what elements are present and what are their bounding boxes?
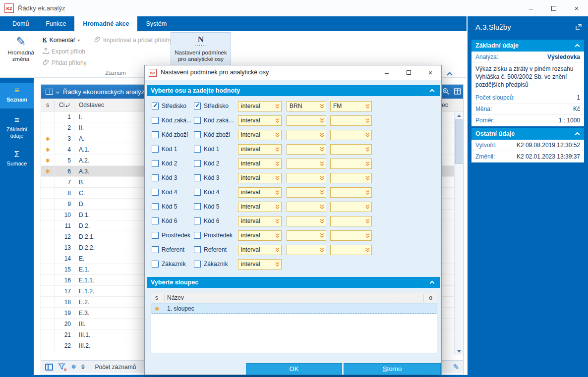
operator-dropdown[interactable]: interval (238, 144, 282, 155)
column-header-odstavec[interactable]: Odstavec (79, 99, 104, 111)
axis-checkbox-right[interactable] (194, 246, 201, 253)
export-attachments-button[interactable]: Export příloh (43, 47, 85, 56)
dropdown-arrow-icon[interactable] (365, 204, 370, 210)
axis-checkbox-left[interactable] (152, 146, 159, 153)
value-from-dropdown[interactable] (287, 202, 326, 212)
dropdown-arrow-icon[interactable] (275, 232, 280, 239)
dropdown-arrow-icon[interactable] (365, 146, 370, 153)
dropdown-arrow-icon[interactable] (275, 218, 280, 224)
dropdown-arrow-icon[interactable] (275, 132, 280, 138)
operator-dropdown[interactable]: interval (238, 230, 282, 241)
axis-checkbox-right[interactable] (194, 189, 201, 196)
column-table-header-name[interactable]: Název (167, 292, 184, 303)
dropdown-arrow-icon[interactable] (365, 232, 370, 239)
ribbon-tab-system[interactable]: Systém (137, 16, 175, 31)
operator-dropdown[interactable]: interval (238, 202, 282, 212)
detail-card-header[interactable]: Základní údaje (471, 40, 584, 52)
column-table-header-s[interactable]: s (155, 292, 158, 303)
sidebar-item-zakladni-udaje[interactable]: ≡Základní údaje (0, 112, 34, 143)
sidebar-item-seznam[interactable]: ≡Seznam (0, 83, 34, 108)
operator-dropdown[interactable]: interval (238, 245, 282, 255)
axis-checkbox-left[interactable] (152, 246, 159, 253)
column-row[interactable]: ✱1. sloupec (151, 303, 437, 314)
axis-checkbox-right[interactable] (194, 117, 201, 124)
ribbon-tab-hromadne-akce[interactable]: Hromadné akce (74, 16, 137, 31)
axis-checkbox-right[interactable] (194, 103, 201, 109)
dropdown-arrow-icon[interactable] (275, 261, 280, 268)
column-separator[interactable] (54, 101, 55, 109)
axis-checkbox-right[interactable] (194, 160, 201, 167)
scroll-down-button[interactable] (455, 347, 463, 355)
value-from-dropdown[interactable] (287, 216, 326, 226)
operator-dropdown[interactable]: interval (238, 259, 282, 269)
axis-checkbox-left[interactable] (152, 203, 159, 210)
chevron-down-icon[interactable] (56, 90, 59, 93)
column-table-header-o[interactable]: o (429, 292, 432, 303)
axis-checkbox-left[interactable] (152, 232, 159, 239)
value-to-dropdown[interactable] (330, 230, 372, 241)
edit-pencil-icon[interactable]: ✎ (453, 363, 459, 372)
comment-button[interactable]: K Komentář ▾ (43, 35, 80, 45)
operator-dropdown[interactable]: interval (238, 115, 282, 126)
dropdown-arrow-icon[interactable] (319, 161, 325, 167)
close-button[interactable]: × (565, 0, 588, 16)
ribbon-tab-funkce[interactable]: Funkce (37, 16, 74, 31)
minimize-button[interactable]: – (520, 0, 542, 16)
axis-checkbox-right[interactable] (194, 174, 201, 181)
axis-checkbox-right[interactable] (194, 261, 201, 268)
column-header-s[interactable]: s (46, 99, 49, 111)
dropdown-arrow-icon[interactable] (319, 132, 325, 138)
dropdown-arrow-icon[interactable] (319, 218, 325, 224)
value-from-dropdown[interactable] (287, 173, 326, 183)
dropdown-arrow-icon[interactable] (365, 117, 370, 124)
value-to-dropdown[interactable]: FM (330, 101, 372, 111)
add-attachments-button[interactable]: Přidat přílohy (43, 58, 87, 68)
axis-checkbox-left[interactable] (152, 261, 159, 268)
dropdown-arrow-icon[interactable] (319, 117, 325, 124)
column-section-header[interactable]: Vyberte sloupec (147, 277, 440, 288)
filter-icon[interactable]: ✕ (58, 363, 66, 371)
axis-checkbox-left[interactable] (152, 174, 159, 181)
axis-checkbox-right[interactable] (194, 131, 201, 138)
axis-checkbox-right[interactable] (194, 203, 201, 210)
dropdown-arrow-icon[interactable] (365, 161, 370, 167)
dialog-minimize-button[interactable]: – (376, 65, 398, 80)
value-to-dropdown[interactable] (330, 144, 372, 155)
dropdown-arrow-icon[interactable] (319, 146, 325, 153)
value-to-dropdown[interactable] (330, 159, 372, 169)
value-from-dropdown[interactable]: BRN (287, 101, 326, 111)
operator-dropdown[interactable]: interval (238, 159, 282, 169)
columns-view-icon[interactable] (45, 364, 53, 371)
dropdown-arrow-icon[interactable] (275, 189, 280, 196)
axis-checkbox-right[interactable] (194, 232, 201, 239)
chevron-up-icon[interactable] (430, 89, 435, 94)
operator-dropdown[interactable]: interval (238, 101, 282, 111)
sidebar-item-sumace[interactable]: ΣSumace (0, 147, 34, 172)
dropdown-arrow-icon[interactable] (275, 161, 280, 167)
operator-dropdown[interactable]: interval (238, 130, 282, 140)
dropdown-arrow-icon[interactable] (365, 189, 370, 196)
axis-checkbox-right[interactable] (194, 217, 201, 224)
dropdown-arrow-icon[interactable] (365, 175, 370, 181)
snowflake-icon[interactable]: ❄ (71, 363, 76, 371)
operator-dropdown[interactable]: interval (238, 216, 282, 226)
axis-checkbox-right[interactable] (194, 146, 201, 153)
value-from-dropdown[interactable] (287, 144, 326, 155)
dropdown-arrow-icon[interactable] (275, 146, 280, 153)
dropdown-arrow-icon[interactable] (319, 204, 325, 210)
value-from-dropdown[interactable] (287, 159, 326, 169)
dropdown-arrow-icon[interactable] (275, 204, 280, 210)
dropdown-arrow-icon[interactable] (365, 247, 370, 253)
value-from-dropdown[interactable] (287, 245, 326, 255)
scrollbar-thumb[interactable] (455, 119, 463, 164)
detail-card-header[interactable]: Ostatní údaje (471, 128, 584, 140)
zoom-icon[interactable] (442, 88, 450, 97)
value-from-dropdown[interactable] (287, 115, 326, 126)
import-attachments-button[interactable]: Importovat a přidat přílohy (94, 35, 172, 45)
column-header-partial[interactable]: ec (442, 99, 448, 111)
vertical-scrollbar[interactable] (454, 111, 463, 355)
dialog-maximize-button[interactable] (398, 65, 419, 80)
value-from-dropdown[interactable] (287, 187, 326, 198)
operator-dropdown[interactable]: interval (238, 173, 282, 183)
dialog-close-button[interactable]: × (419, 65, 441, 80)
